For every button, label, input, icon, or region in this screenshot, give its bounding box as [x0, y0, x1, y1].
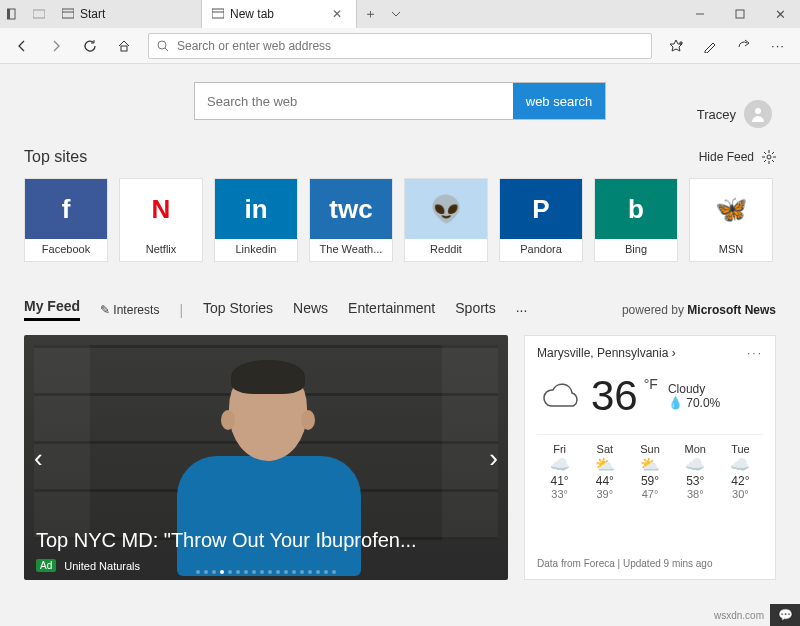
top-site-tile[interactable]: 🦋MSN: [689, 178, 773, 262]
feed-tab-entertainment[interactable]: Entertainment: [348, 300, 435, 320]
search-icon: [157, 40, 169, 52]
user-badge[interactable]: Tracey: [697, 100, 772, 128]
weather-cond: Cloudy: [668, 382, 705, 396]
feed-tab-topstories[interactable]: Top Stories: [203, 300, 273, 320]
feed-tab-more[interactable]: ···: [516, 302, 528, 318]
refresh-button[interactable]: [74, 30, 106, 62]
tab-start[interactable]: Start: [52, 0, 202, 28]
web-search-box: web search: [194, 82, 606, 120]
top-site-tile[interactable]: twcThe Weath...: [309, 178, 393, 262]
svg-line-22: [772, 160, 774, 162]
web-search-button[interactable]: web search: [513, 83, 605, 119]
forward-button[interactable]: [40, 30, 72, 62]
weather-unit: °F: [644, 376, 658, 392]
minimize-button[interactable]: [680, 0, 720, 28]
tile-icon: 🦋: [690, 179, 772, 239]
cloud-icon: [537, 376, 585, 416]
hide-feed-link[interactable]: Hide Feed: [699, 150, 754, 164]
tile-icon: twc: [310, 179, 392, 239]
page-footer: wsxdn.com 💬: [708, 604, 800, 626]
svg-rect-9: [121, 46, 127, 51]
tile-icon: 👽: [405, 179, 487, 239]
svg-point-15: [755, 108, 761, 114]
hero-sponsor: United Naturals: [64, 560, 140, 572]
tile-label: Linkedin: [236, 243, 277, 255]
avatar-icon: [744, 100, 772, 128]
tab-preview-icon[interactable]: [26, 0, 52, 28]
tab-aside-icon[interactable]: [0, 0, 26, 28]
menu-button[interactable]: ···: [762, 30, 794, 62]
top-sites-heading: Top sites: [24, 148, 87, 166]
top-site-tile[interactable]: PPandora: [499, 178, 583, 262]
tile-icon: b: [595, 179, 677, 239]
weather-temp: 36: [591, 372, 638, 420]
hero-next-button[interactable]: ›: [485, 438, 502, 477]
feed-tab-myfeed[interactable]: My Feed: [24, 298, 80, 321]
tab-label: Start: [80, 7, 105, 21]
tile-icon: f: [25, 179, 107, 239]
tile-label: Bing: [625, 243, 647, 255]
window-controls: ✕: [680, 0, 800, 28]
svg-line-23: [772, 152, 774, 154]
svg-rect-2: [33, 10, 45, 18]
svg-rect-8: [736, 10, 744, 18]
top-sites-grid: fFacebookNNetflixinLinkedintwcThe Weath.…: [24, 178, 776, 262]
svg-rect-5: [212, 9, 224, 18]
chevron-right-icon: ›: [672, 346, 676, 360]
close-tab-icon[interactable]: ✕: [328, 7, 346, 21]
tile-label: Netflix: [146, 243, 177, 255]
tab-label: New tab: [230, 7, 274, 21]
favorites-button[interactable]: [660, 30, 692, 62]
svg-line-24: [764, 160, 766, 162]
edit-interests-icon[interactable]: ✎ Interests: [100, 303, 159, 317]
user-name: Tracey: [697, 107, 736, 122]
notes-button[interactable]: [694, 30, 726, 62]
forecast-day: Fri☁️41°33°: [537, 443, 582, 500]
hero-card[interactable]: ‹ › Top NYC MD: "Throw Out Your Ibuprofe…: [24, 335, 508, 580]
feed-tab-news[interactable]: News: [293, 300, 328, 320]
new-tab-page: web search Tracey Top sites Hide Feed fF…: [0, 64, 800, 590]
tile-label: Reddit: [430, 243, 462, 255]
share-button[interactable]: [728, 30, 760, 62]
weather-precip: 70.0%: [686, 396, 720, 410]
tile-label: Pandora: [520, 243, 562, 255]
tile-icon: P: [500, 179, 582, 239]
home-button[interactable]: [108, 30, 140, 62]
chat-icon[interactable]: 💬: [770, 604, 800, 626]
tab-new[interactable]: New tab ✕: [202, 0, 357, 28]
top-site-tile[interactable]: 👽Reddit: [404, 178, 488, 262]
new-tab-button[interactable]: ＋: [357, 0, 383, 28]
top-site-tile[interactable]: bBing: [594, 178, 678, 262]
weather-card[interactable]: Marysville, Pennsylvania ›··· 36 °F Clou…: [524, 335, 776, 580]
svg-marker-12: [670, 40, 682, 51]
titlebar: Start New tab ✕ ＋ ✕: [0, 0, 800, 28]
weather-location: Marysville, Pennsylvania: [537, 346, 668, 360]
weather-footer: Data from Foreca | Updated 9 mins ago: [537, 558, 763, 569]
watermark: wsxdn.com: [708, 608, 770, 623]
toolbar: Search or enter web address ···: [0, 28, 800, 64]
tile-icon: N: [120, 179, 202, 239]
tile-label: MSN: [719, 243, 743, 255]
tile-label: The Weath...: [320, 243, 383, 255]
feed-nav: My Feed ✎ Interests | Top Stories News E…: [24, 298, 776, 321]
powered-by-label: powered by Microsoft News: [622, 303, 776, 317]
top-site-tile[interactable]: NNetflix: [119, 178, 203, 262]
top-site-tile[interactable]: fFacebook: [24, 178, 108, 262]
hero-prev-button[interactable]: ‹: [30, 438, 47, 477]
svg-point-16: [767, 155, 771, 159]
settings-gear-icon[interactable]: [762, 150, 776, 164]
search-input[interactable]: [195, 83, 513, 119]
svg-point-10: [158, 41, 166, 49]
maximize-button[interactable]: [720, 0, 760, 28]
back-button[interactable]: [6, 30, 38, 62]
top-site-tile[interactable]: inLinkedin: [214, 178, 298, 262]
tab-chevron-icon[interactable]: [383, 0, 409, 28]
forecast-day: Sun⛅59°47°: [627, 443, 672, 500]
tile-icon: in: [215, 179, 297, 239]
address-bar[interactable]: Search or enter web address: [148, 33, 652, 59]
close-window-button[interactable]: ✕: [760, 0, 800, 28]
hero-pagination: [196, 570, 336, 574]
weather-more-icon[interactable]: ···: [747, 346, 763, 360]
hero-headline: Top NYC MD: "Throw Out Your Ibuprofen...: [36, 529, 417, 552]
feed-tab-sports[interactable]: Sports: [455, 300, 495, 320]
